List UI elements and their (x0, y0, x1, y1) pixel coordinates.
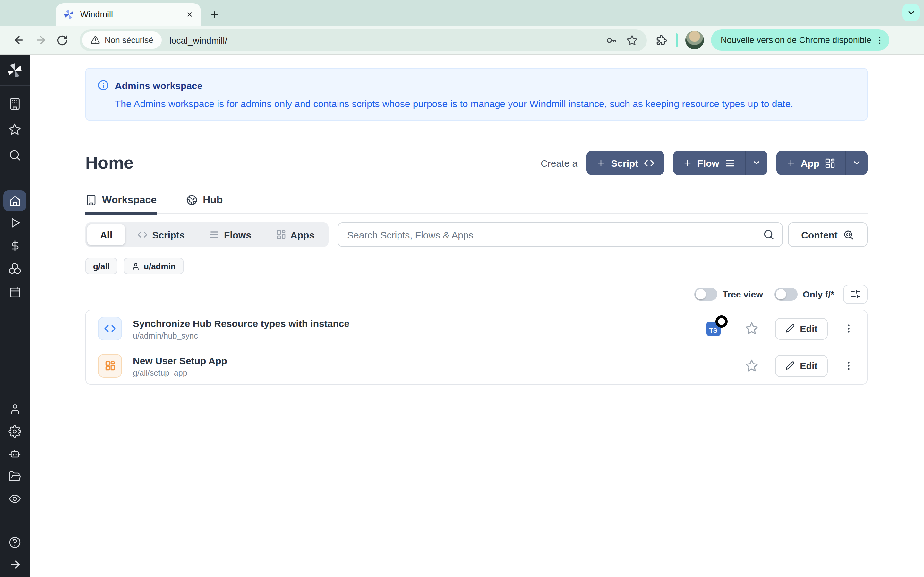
app-dropdown-chevron[interactable] (845, 151, 867, 175)
edit-button[interactable]: Edit (775, 355, 828, 377)
sidebar-item-runs[interactable] (0, 211, 29, 234)
search-box (338, 222, 783, 247)
filter-flows[interactable]: Flows (197, 229, 263, 240)
sidebar-item-search[interactable] (0, 142, 29, 168)
reload-icon[interactable] (51, 29, 73, 51)
sidebar-item-folders[interactable] (0, 465, 29, 487)
info-icon (97, 79, 109, 91)
item-title[interactable]: New User Setup App (133, 354, 705, 366)
sidebar-item-schedules[interactable] (0, 280, 29, 303)
folder-open-icon (8, 470, 21, 482)
code-icon (643, 157, 654, 168)
create-app-button[interactable]: App (776, 151, 867, 175)
eye-icon (8, 492, 21, 505)
key-icon[interactable] (606, 34, 617, 46)
new-tab-plus-icon[interactable] (205, 5, 224, 24)
plus-icon (596, 158, 606, 168)
tree-view-label: Tree view (722, 289, 763, 300)
profile-avatar[interactable] (685, 31, 704, 49)
sidebar-item-variables[interactable] (0, 234, 29, 257)
sidebar-item-resources[interactable] (0, 257, 29, 280)
item-title[interactable]: Synchronize Hub Resource types with inst… (133, 317, 705, 329)
flow-dropdown-chevron[interactable] (745, 151, 767, 175)
owner-badge-user[interactable]: u/admin (124, 258, 184, 274)
banner-title: Admins workspace (115, 80, 202, 91)
display-settings-button[interactable] (843, 285, 867, 304)
user-icon (132, 262, 140, 270)
building-icon (86, 194, 97, 206)
tab-search-chevron-icon[interactable] (902, 4, 919, 21)
favorite-star-icon[interactable] (745, 322, 758, 335)
only-f-toggle[interactable] (774, 288, 798, 301)
browser-window: Windmill Non sécurisé (0, 0, 924, 577)
script-kind-icon (98, 317, 122, 340)
bookmark-star-icon[interactable] (626, 34, 638, 46)
chrome-update-button[interactable]: Nouvelle version de Chrome disponible (711, 29, 889, 51)
sidebar-item-users[interactable] (0, 398, 29, 420)
create-a-label: Create a (541, 157, 577, 168)
help-icon (8, 536, 21, 548)
sidebar-item-help[interactable] (0, 531, 29, 553)
kebab-icon[interactable] (875, 35, 885, 45)
sidebar-item-workspace-switcher[interactable] (0, 91, 29, 117)
back-icon[interactable] (8, 29, 29, 51)
sidebar-item-workers[interactable] (0, 442, 29, 465)
main-content: Admins workspace The Admins workspace is… (29, 55, 924, 577)
flow-bars-icon (209, 229, 220, 240)
owner-badge-group[interactable]: g/all (86, 258, 118, 274)
list-item-script[interactable]: Synchronize Hub Resource types with inst… (86, 310, 867, 347)
create-script-button[interactable]: Script (586, 151, 664, 175)
filter-scripts[interactable]: Scripts (125, 229, 197, 240)
star-icon (8, 123, 21, 136)
building-icon (8, 97, 21, 110)
search-icon[interactable] (763, 229, 774, 240)
app-kind-icon (98, 354, 122, 378)
app-sidebar (0, 55, 29, 577)
close-tab-icon[interactable] (183, 8, 196, 21)
windmill-favicon (63, 9, 74, 20)
arrow-right-icon (9, 558, 21, 571)
content-button[interactable]: Content (788, 222, 867, 247)
edit-button[interactable]: Edit (775, 318, 828, 340)
filter-all[interactable]: All (87, 224, 125, 245)
create-flow-button[interactable]: Flow (673, 151, 767, 175)
boxes-icon (8, 262, 21, 275)
item-path: u/admin/hub_sync (133, 331, 705, 340)
windmill-logo[interactable] (6, 61, 23, 79)
url-text[interactable]: local_windmill/ (170, 35, 597, 45)
favorite-star-icon[interactable] (745, 359, 758, 372)
list-item-app[interactable]: New User Setup App g/all/setup_app Edit (86, 347, 867, 384)
filter-apps[interactable]: Apps (263, 229, 326, 240)
play-icon (9, 216, 21, 229)
only-f-label: Only f/* (803, 289, 834, 300)
row-menu-kebab-icon[interactable] (843, 323, 854, 334)
forward-icon[interactable] (29, 29, 51, 51)
code-icon (137, 229, 148, 240)
pencil-icon (785, 361, 795, 371)
dollar-icon (9, 239, 21, 251)
home-icon (9, 195, 21, 207)
warning-icon (90, 35, 100, 45)
robot-icon (8, 447, 21, 460)
sidebar-item-favorites[interactable] (0, 117, 29, 142)
security-chip[interactable]: Non sécurisé (82, 31, 162, 49)
gear-icon (8, 425, 21, 438)
tab-title: Windmill (80, 10, 177, 19)
sidebar-item-settings[interactable] (0, 420, 29, 442)
sidebar-item-home[interactable] (3, 190, 26, 211)
sidebar-item-expand[interactable] (0, 553, 29, 576)
workspace-hub-tabs: Workspace Hub (86, 194, 867, 214)
search-code-icon (843, 229, 855, 240)
tab-hub[interactable]: Hub (186, 194, 223, 213)
tab-workspace[interactable]: Workspace (86, 194, 157, 213)
toolbar-separator (676, 33, 678, 47)
globe-icon (186, 194, 198, 206)
row-menu-kebab-icon[interactable] (843, 360, 854, 371)
browser-tab-windmill[interactable]: Windmill (56, 3, 201, 26)
extensions-puzzle-icon[interactable] (655, 34, 667, 46)
address-bar[interactable]: Non sécurisé local_windmill/ (79, 29, 647, 51)
sidebar-item-audit-logs[interactable] (0, 487, 29, 510)
search-input[interactable] (346, 229, 763, 241)
page-title: Home (86, 153, 134, 173)
tree-view-toggle[interactable] (694, 288, 717, 301)
